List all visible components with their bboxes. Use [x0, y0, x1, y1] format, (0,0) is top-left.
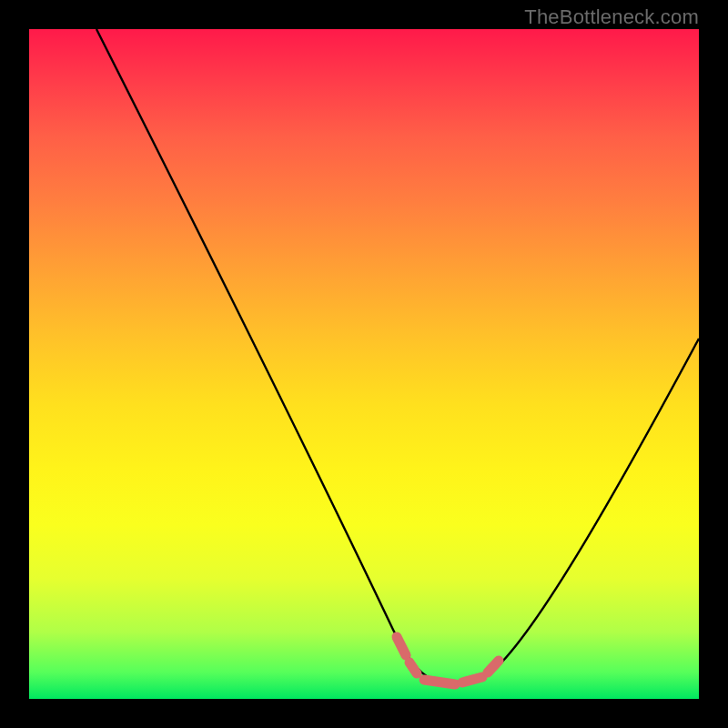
highlight-dash: [462, 677, 482, 682]
highlight-dash: [397, 637, 406, 655]
plot-area: [29, 29, 699, 699]
highlight-group: [397, 637, 499, 684]
curve-svg: [29, 29, 699, 699]
highlight-dash: [410, 662, 417, 673]
chart-frame: TheBottleneck.com: [0, 0, 728, 728]
bottleneck-curve-path: [96, 29, 699, 683]
highlight-dash: [424, 680, 455, 684]
watermark-text: TheBottleneck.com: [524, 5, 699, 29]
highlight-dash: [488, 661, 499, 672]
